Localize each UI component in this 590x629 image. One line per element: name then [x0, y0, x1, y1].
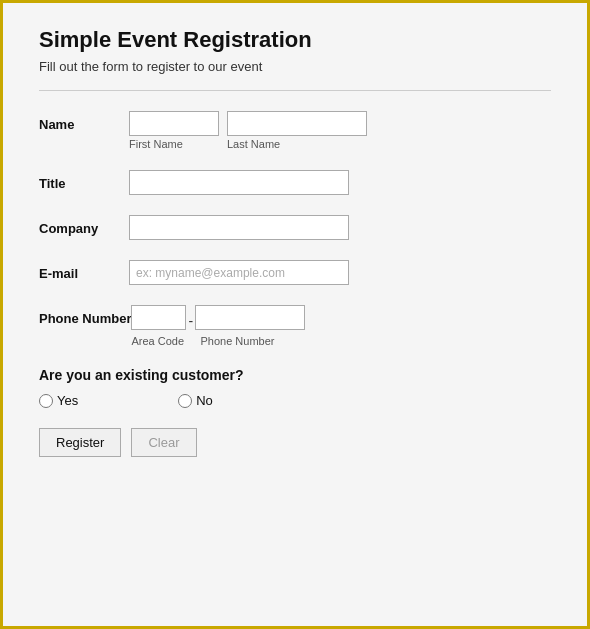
phone-fields: - Area Code Phone Number — [131, 305, 305, 347]
no-label: No — [196, 393, 213, 408]
phone-inputs-row: - — [131, 305, 305, 333]
name-row: Name First Name Last Name — [39, 111, 551, 150]
name-inputs-row: First Name Last Name — [129, 111, 367, 150]
title-label: Title — [39, 170, 129, 191]
company-row: Company — [39, 215, 551, 240]
yes-radio[interactable] — [39, 394, 53, 408]
company-input[interactable] — [129, 215, 349, 240]
phone-row: Phone Number - Area Code Phone Number — [39, 305, 551, 347]
no-option[interactable]: No — [178, 393, 213, 408]
divider — [39, 90, 551, 91]
email-fields — [129, 260, 349, 285]
phone-label: Phone Number — [39, 305, 131, 326]
title-fields — [129, 170, 349, 195]
phone-number-input[interactable] — [195, 305, 305, 330]
area-code-input[interactable] — [131, 305, 186, 330]
yes-option[interactable]: Yes — [39, 393, 78, 408]
name-label: Name — [39, 111, 129, 132]
clear-button[interactable]: Clear — [131, 428, 196, 457]
area-code-sublabel: Area Code — [131, 335, 186, 347]
title-row: Title — [39, 170, 551, 195]
name-fields: First Name Last Name — [129, 111, 367, 150]
last-name-sublabel: Last Name — [227, 138, 367, 150]
first-name-sublabel: First Name — [129, 138, 219, 150]
no-radio[interactable] — [178, 394, 192, 408]
phone-sublabels: Area Code Phone Number — [131, 333, 305, 347]
phone-number-sublabel: Phone Number — [200, 335, 274, 347]
button-row: Register Clear — [39, 428, 551, 457]
customer-section: Are you an existing customer? Yes No — [39, 367, 551, 408]
phone-separator: - — [186, 309, 195, 333]
page-title: Simple Event Registration — [39, 27, 551, 53]
customer-question: Are you an existing customer? — [39, 367, 551, 383]
register-button[interactable]: Register — [39, 428, 121, 457]
page-subtitle: Fill out the form to register to our eve… — [39, 59, 551, 74]
first-name-group: First Name — [129, 111, 219, 150]
title-input[interactable] — [129, 170, 349, 195]
company-label: Company — [39, 215, 129, 236]
first-name-input[interactable] — [129, 111, 219, 136]
last-name-input[interactable] — [227, 111, 367, 136]
email-row: E-mail — [39, 260, 551, 285]
email-label: E-mail — [39, 260, 129, 281]
email-input[interactable] — [129, 260, 349, 285]
yes-label: Yes — [57, 393, 78, 408]
last-name-group: Last Name — [227, 111, 367, 150]
company-fields — [129, 215, 349, 240]
radio-group: Yes No — [39, 393, 551, 408]
page-wrapper: Simple Event Registration Fill out the f… — [0, 0, 590, 629]
